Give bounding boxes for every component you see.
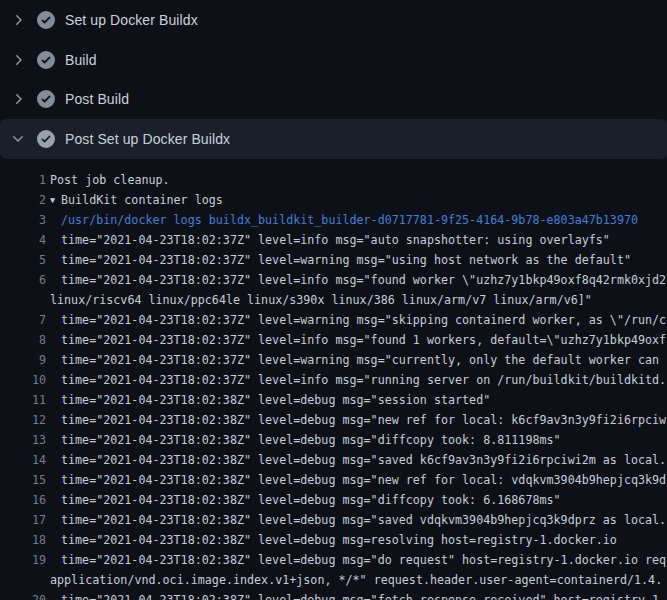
check-circle-icon bbox=[37, 11, 55, 29]
log-line[interactable]: 19 time="2021-04-23T18:02:38Z" level=deb… bbox=[0, 550, 667, 570]
log-line-number[interactable]: 1 bbox=[0, 170, 46, 190]
log-line-number[interactable]: 9 bbox=[0, 350, 46, 370]
log-line-text: time="2021-04-23T18:02:37Z" level=info m… bbox=[61, 370, 666, 390]
log-line-text: time="2021-04-23T18:02:37Z" level=warnin… bbox=[61, 250, 631, 270]
log-line-number[interactable] bbox=[0, 570, 46, 590]
log-line-text: time="2021-04-23T18:02:37Z" level=warnin… bbox=[61, 350, 659, 370]
log-line-text: time="2021-04-23T18:02:37Z" level=info m… bbox=[61, 270, 666, 290]
log-line[interactable]: 14 time="2021-04-23T18:02:38Z" level=deb… bbox=[0, 450, 667, 470]
log-group-toggle-icon[interactable]: ▼ bbox=[50, 190, 61, 210]
step-row-build[interactable]: Build bbox=[0, 40, 667, 80]
log-line-number[interactable]: 11 bbox=[0, 390, 46, 410]
chevron-right-icon bbox=[10, 52, 26, 68]
log-line[interactable]: 7 time="2021-04-23T18:02:37Z" level=warn… bbox=[0, 310, 667, 330]
log-line-number[interactable]: 6 bbox=[0, 270, 46, 290]
log-line-text: time="2021-04-23T18:02:38Z" level=debug … bbox=[61, 450, 666, 470]
log-line-text: time="2021-04-23T18:02:38Z" level=debug … bbox=[61, 430, 561, 450]
log-line-text: time="2021-04-23T18:02:37Z" level=info m… bbox=[61, 230, 610, 250]
log-line[interactable]: linux/riscv64 linux/ppc64le linux/s390x … bbox=[0, 290, 667, 310]
log-line-number[interactable]: 19 bbox=[0, 550, 46, 570]
log-line[interactable]: 10 time="2021-04-23T18:02:37Z" level=inf… bbox=[0, 370, 667, 390]
log-line-text: time="2021-04-23T18:02:38Z" level=debug … bbox=[61, 530, 617, 550]
check-circle-icon bbox=[37, 130, 55, 148]
step-row-set-up-docker-buildx[interactable]: Set up Docker Buildx bbox=[0, 0, 667, 40]
log-line-text: time="2021-04-23T18:02:38Z" level=debug … bbox=[61, 590, 666, 600]
log-line-text: time="2021-04-23T18:02:38Z" level=debug … bbox=[61, 470, 666, 490]
log-line-text: time="2021-04-23T18:02:38Z" level=debug … bbox=[61, 490, 561, 510]
log-line-text: time="2021-04-23T18:02:37Z" level=warnin… bbox=[61, 310, 667, 330]
log-line-number[interactable]: 17 bbox=[0, 510, 46, 530]
chevron-right-icon bbox=[10, 91, 26, 107]
log-line-text: time="2021-04-23T18:02:38Z" level=debug … bbox=[61, 410, 666, 430]
log-line-number[interactable]: 8 bbox=[0, 330, 46, 350]
log-line[interactable]: 17 time="2021-04-23T18:02:38Z" level=deb… bbox=[0, 510, 667, 530]
log-line-text: BuildKit container logs bbox=[61, 190, 223, 210]
check-circle-icon bbox=[37, 51, 55, 69]
log-line-number[interactable]: 14 bbox=[0, 450, 46, 470]
log-line-number[interactable]: 13 bbox=[0, 430, 46, 450]
log-line-text: time="2021-04-23T18:02:38Z" level=debug … bbox=[61, 510, 666, 530]
log-line-number[interactable]: 2 bbox=[0, 190, 46, 210]
log-line[interactable]: 9 time="2021-04-23T18:02:37Z" level=warn… bbox=[0, 350, 667, 370]
log-line[interactable]: 15 time="2021-04-23T18:02:38Z" level=deb… bbox=[0, 470, 667, 490]
step-row-post-build[interactable]: Post Build bbox=[0, 79, 667, 119]
step-title: Post Build bbox=[65, 91, 129, 107]
check-circle-icon bbox=[37, 90, 55, 108]
step-title: Post Set up Docker Buildx bbox=[65, 131, 230, 147]
steps-list: Set up Docker Buildx Build Post Build Po… bbox=[0, 0, 667, 159]
log-line[interactable]: 4 time="2021-04-23T18:02:37Z" level=info… bbox=[0, 230, 667, 250]
log-line[interactable]: 18 time="2021-04-23T18:02:38Z" level=deb… bbox=[0, 530, 667, 550]
log-line-text: time="2021-04-23T18:02:38Z" level=debug … bbox=[61, 550, 666, 570]
log-line-text: time="2021-04-23T18:02:37Z" level=info m… bbox=[61, 330, 666, 350]
log-line[interactable]: 5 time="2021-04-23T18:02:37Z" level=warn… bbox=[0, 250, 667, 270]
log-line-text: time="2021-04-23T18:02:38Z" level=debug … bbox=[61, 390, 490, 410]
step-row-post-set-up-docker-buildx[interactable]: Post Set up Docker Buildx bbox=[0, 119, 667, 159]
log-line[interactable]: 6 time="2021-04-23T18:02:37Z" level=info… bbox=[0, 270, 667, 290]
log-line-number[interactable]: 20 bbox=[0, 590, 46, 600]
log-line-number[interactable] bbox=[0, 290, 46, 310]
chevron-down-icon bbox=[10, 131, 26, 147]
log-line[interactable]: 8 time="2021-04-23T18:02:37Z" level=info… bbox=[0, 330, 667, 350]
log-line-number[interactable]: 4 bbox=[0, 230, 46, 250]
log-line-number[interactable]: 3 bbox=[0, 210, 46, 230]
step-title: Set up Docker Buildx bbox=[65, 12, 198, 28]
log-line-number[interactable]: 10 bbox=[0, 370, 46, 390]
log-line[interactable]: 12 time="2021-04-23T18:02:38Z" level=deb… bbox=[0, 410, 667, 430]
log-line-number[interactable]: 7 bbox=[0, 310, 46, 330]
log-line-text: /usr/bin/docker logs buildx_buildkit_bui… bbox=[61, 210, 638, 230]
log-line-number[interactable]: 5 bbox=[0, 250, 46, 270]
log-line[interactable]: 16 time="2021-04-23T18:02:38Z" level=deb… bbox=[0, 490, 667, 510]
log-line-text: linux/riscv64 linux/ppc64le linux/s390x … bbox=[50, 290, 592, 310]
log-line[interactable]: 2 ▼ BuildKit container logs bbox=[0, 190, 667, 210]
log-line-number[interactable]: 16 bbox=[0, 490, 46, 510]
log-line-text: application/vnd.oci.image.index.v1+json,… bbox=[50, 570, 662, 590]
log-panel: 1 Post job cleanup. 2 ▼ BuildKit contain… bbox=[0, 159, 667, 600]
step-title: Build bbox=[65, 52, 97, 68]
log-line[interactable]: 1 Post job cleanup. bbox=[0, 170, 667, 190]
log-line-number[interactable]: 15 bbox=[0, 470, 46, 490]
log-line[interactable]: 3 /usr/bin/docker logs buildx_buildkit_b… bbox=[0, 210, 667, 230]
log-line[interactable]: 11 time="2021-04-23T18:02:38Z" level=deb… bbox=[0, 390, 667, 410]
log-line-number[interactable]: 18 bbox=[0, 530, 46, 550]
log-line-text: Post job cleanup. bbox=[50, 170, 170, 190]
log-line[interactable]: 20 time="2021-04-23T18:02:38Z" level=deb… bbox=[0, 590, 667, 600]
log-line-number[interactable]: 12 bbox=[0, 410, 46, 430]
log-line[interactable]: application/vnd.oci.image.index.v1+json,… bbox=[0, 570, 667, 590]
chevron-right-icon bbox=[10, 12, 26, 28]
log-line[interactable]: 13 time="2021-04-23T18:02:38Z" level=deb… bbox=[0, 430, 667, 450]
